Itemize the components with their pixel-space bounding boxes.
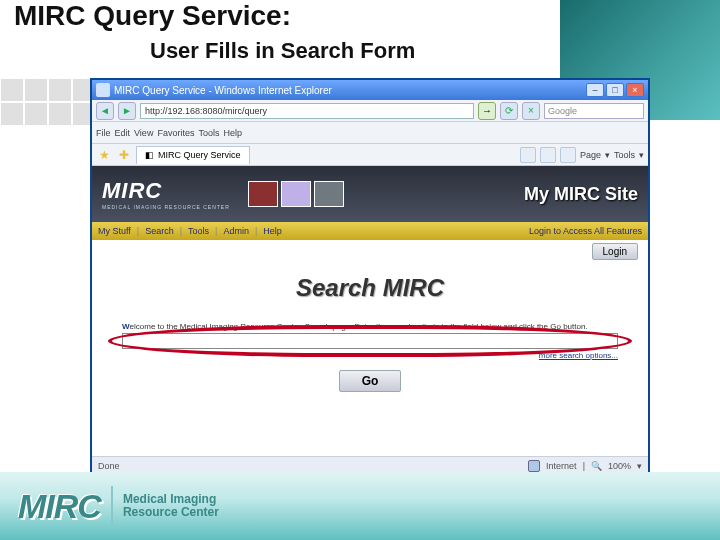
thumb-image <box>281 181 311 207</box>
status-zoom[interactable]: 100% <box>608 461 631 471</box>
menu-favorites[interactable]: Favorites <box>157 128 194 138</box>
login-button[interactable]: Login <box>592 243 638 260</box>
refresh-button[interactable]: ⟳ <box>500 102 518 120</box>
toolbar-tools[interactable]: Tools <box>614 150 635 160</box>
address-bar[interactable]: http://192.168:8080/mirc/query <box>140 103 474 119</box>
search-input[interactable] <box>122 333 618 349</box>
tab-current[interactable]: ◧ MIRC Query Service <box>136 146 250 164</box>
nav-search[interactable]: Search <box>145 226 174 236</box>
toolbar-page-dropdown-icon[interactable]: ▾ <box>605 150 610 160</box>
slide-title: MIRC Query Service: <box>14 0 291 32</box>
logo-subtext: MEDICAL IMAGING RESOURCE CENTER <box>102 204 230 210</box>
go-button[interactable]: → <box>478 102 496 120</box>
menu-edit[interactable]: Edit <box>115 128 131 138</box>
page-content: MIRC MEDICAL IMAGING RESOURCE CENTER My … <box>92 166 648 474</box>
toolbar-tools-dropdown-icon[interactable]: ▾ <box>639 150 644 160</box>
stop-button[interactable]: × <box>522 102 540 120</box>
minimize-button[interactable]: – <box>586 83 604 97</box>
add-favorites-icon[interactable]: ✚ <box>116 147 132 163</box>
nav-admin[interactable]: Admin <box>223 226 249 236</box>
decorative-squares <box>0 78 96 126</box>
menu-tools[interactable]: Tools <box>198 128 219 138</box>
menu-help[interactable]: Help <box>223 128 242 138</box>
window-title-text: MIRC Query Service - Windows Internet Ex… <box>114 85 582 96</box>
site-logo: MIRC MEDICAL IMAGING RESOURCE CENTER <box>102 178 230 210</box>
zoom-dropdown-icon[interactable]: ▾ <box>637 461 642 471</box>
footer-logo-mark: MIRC <box>18 487 101 526</box>
welcome-initial: W <box>122 322 130 331</box>
favorites-star-icon[interactable]: ★ <box>96 147 112 163</box>
window-titlebar[interactable]: MIRC Query Service - Windows Internet Ex… <box>92 80 648 100</box>
welcome-body: elcome to the Medical Imaging Resource C… <box>130 322 588 331</box>
maximize-button[interactable]: □ <box>606 83 624 97</box>
slide-footer-band: MIRC Medical Imaging Resource Center <box>0 472 720 540</box>
tab-label: MIRC Query Service <box>158 150 241 160</box>
print-icon[interactable] <box>560 147 576 163</box>
menu-file[interactable]: File <box>96 128 111 138</box>
nav-tools[interactable]: Tools <box>188 226 209 236</box>
nav-help[interactable]: Help <box>263 226 282 236</box>
more-options-link[interactable]: more search options... <box>122 351 618 360</box>
tab-icon: ◧ <box>145 150 154 160</box>
tab-toolbar: ★ ✚ ◧ MIRC Query Service Page ▾ Tools ▾ <box>92 144 648 166</box>
home-icon[interactable] <box>520 147 536 163</box>
zoom-icon[interactable]: 🔍 <box>591 461 602 471</box>
header-thumbnails <box>248 181 344 207</box>
login-row: Login <box>92 240 648 262</box>
search-input-row <box>122 333 618 349</box>
address-toolbar: ◄ ► http://192.168:8080/mirc/query → ⟳ ×… <box>92 100 648 122</box>
site-title: My MIRC Site <box>524 184 638 205</box>
nav-mystuff[interactable]: My Stuff <box>98 226 131 236</box>
menu-bar: File Edit View Favorites Tools Help <box>92 122 648 144</box>
internet-zone-icon <box>528 460 540 472</box>
browser-search-box[interactable]: Google <box>544 103 644 119</box>
browser-window: MIRC Query Service - Windows Internet Ex… <box>90 78 650 476</box>
site-nav-bar: My Stuff| Search| Tools| Admin| Help Log… <box>92 222 648 240</box>
toolbar-page[interactable]: Page <box>580 150 601 160</box>
search-heading: Search MIRC <box>122 274 618 302</box>
site-header: MIRC MEDICAL IMAGING RESOURCE CENTER My … <box>92 166 648 222</box>
footer-divider <box>111 486 113 526</box>
go-search-button[interactable]: Go <box>339 370 402 392</box>
close-button[interactable]: × <box>626 83 644 97</box>
footer-logo: MIRC Medical Imaging Resource Center <box>18 486 219 526</box>
login-prompt-text: Login to Access All Features <box>529 226 642 236</box>
thumb-image <box>248 181 278 207</box>
menu-view[interactable]: View <box>134 128 153 138</box>
app-icon <box>96 83 110 97</box>
page-body: Search MIRC Welcome to the Medical Imagi… <box>92 262 648 456</box>
welcome-text: Welcome to the Medical Imaging Resource … <box>122 322 618 331</box>
thumb-image <box>314 181 344 207</box>
feeds-icon[interactable] <box>540 147 556 163</box>
status-zone: Internet <box>546 461 577 471</box>
forward-button[interactable]: ► <box>118 102 136 120</box>
status-separator: | <box>583 461 585 471</box>
logo-text: MIRC <box>102 178 230 204</box>
footer-line2: Resource Center <box>123 506 219 519</box>
status-done: Done <box>98 461 120 471</box>
back-button[interactable]: ◄ <box>96 102 114 120</box>
slide-subtitle: User Fills in Search Form <box>150 38 415 64</box>
